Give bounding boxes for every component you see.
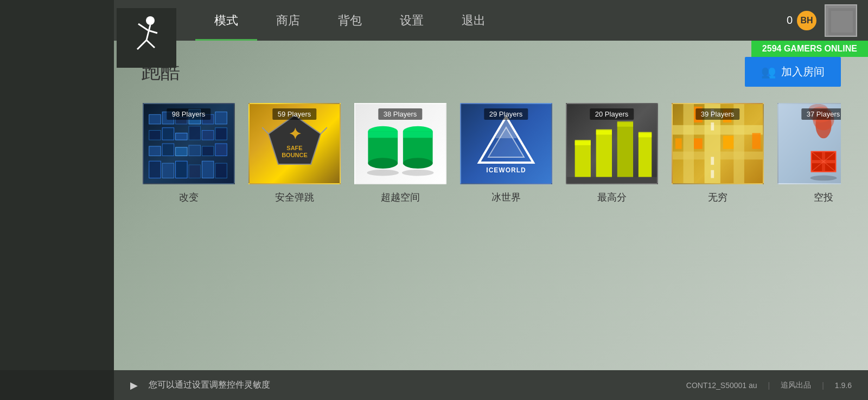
nav-item-settings[interactable]: 设置 — [381, 0, 443, 41]
players-text-safebounce: 59 Players — [278, 110, 311, 118]
card-name-iceworld: 冰世界 — [492, 191, 521, 204]
version-text: 1.9.6 — [835, 381, 852, 390]
status-tip-text: 您可以通过设置调整控件灵敏度 — [149, 379, 270, 391]
game-card-iceworld[interactable]: ICEWORLD 29 Players 冰世界 — [458, 103, 553, 204]
svg-rect-9 — [149, 114, 160, 124]
join-room-label: 加入房间 — [781, 64, 825, 79]
join-room-icon: 👥 — [761, 65, 776, 79]
svg-rect-31 — [202, 161, 213, 178]
player-avatar[interactable] — [825, 4, 857, 37]
status-right: CONT12_S50001 au | 追风出品 | 1.9.6 — [686, 380, 852, 390]
nav-items: 模式 商店 背包 设置 退出 — [195, 0, 787, 41]
svg-line-35 — [321, 127, 327, 134]
game-card-safebounce[interactable]: ✦ SAFE BOUNCE 59 Players 安全弹跳 — [247, 103, 342, 204]
card-label-zuigaofen: 最高分 — [597, 192, 627, 203]
card-players-chaoyue: 38 Players — [378, 108, 422, 120]
game-card-gabian[interactable]: 98 Players 改变 — [141, 103, 236, 204]
svg-line-5 — [146, 40, 155, 48]
nav-label-shop: 商店 — [276, 12, 300, 29]
nav-label-backpack: 背包 — [338, 12, 362, 29]
svg-rect-20 — [215, 128, 226, 140]
join-room-button[interactable]: 👥 加入房间 — [745, 57, 841, 87]
game-card-chaoyue[interactable]: 38 Players 超越空间 — [353, 103, 448, 204]
online-badge: 2594 GAMERS ONLINE — [751, 41, 868, 57]
svg-rect-54 — [575, 140, 590, 145]
card-players-zuigaofen: 20 Players — [590, 108, 634, 120]
svg-line-2 — [138, 24, 148, 30]
svg-rect-66 — [673, 125, 763, 135]
svg-rect-61 — [567, 177, 657, 184]
nav-item-shop[interactable]: 商店 — [257, 0, 319, 41]
players-text-iceworld: 29 Players — [489, 110, 522, 118]
status-separator-2: | — [822, 381, 824, 390]
svg-point-48 — [401, 170, 433, 176]
svg-point-0 — [146, 16, 155, 25]
card-name-safebounce: 安全弹跳 — [275, 191, 314, 204]
coin-display: 0 BH — [787, 11, 816, 30]
svg-line-3 — [148, 30, 157, 33]
players-text-kongtou: 37 Players — [807, 110, 840, 118]
coin-icon: BH — [797, 11, 816, 30]
card-image-wuqiong: 39 Players — [672, 103, 764, 184]
svg-rect-57 — [617, 122, 633, 178]
svg-rect-71 — [723, 136, 733, 149]
svg-rect-53 — [575, 141, 590, 178]
svg-rect-29 — [175, 161, 187, 178]
card-players-kongtou: 37 Players — [801, 108, 841, 120]
card-label-kongtou: 空投 — [814, 192, 833, 203]
logo-area — [117, 8, 176, 68]
game-card-kongtou[interactable]: 37 Players 空投 — [776, 103, 841, 204]
status-icon: ▶ — [130, 379, 138, 391]
svg-rect-76 — [711, 157, 714, 165]
svg-point-88 — [810, 176, 837, 181]
online-text: 2594 GAMERS ONLINE — [762, 44, 857, 53]
card-players-gabian: 98 Players — [167, 108, 210, 120]
svg-rect-22 — [162, 144, 174, 156]
svg-point-41 — [368, 158, 398, 169]
svg-rect-25 — [202, 146, 213, 156]
card-image-zuigaofen: 20 Players — [566, 103, 658, 184]
card-players-safebounce: 59 Players — [272, 108, 316, 120]
svg-rect-18 — [189, 126, 200, 140]
players-text-wuqiong: 39 Players — [701, 110, 734, 118]
svg-rect-17 — [175, 133, 187, 140]
svg-rect-14 — [215, 112, 226, 124]
svg-text:SAFE: SAFE — [286, 145, 302, 151]
players-text-chaoyue: 38 Players — [384, 110, 417, 118]
game-card-wuqiong[interactable]: 39 Players 无穷 — [670, 103, 765, 204]
svg-rect-73 — [675, 138, 681, 149]
svg-rect-67 — [673, 152, 763, 160]
card-players-wuqiong: 39 Players — [695, 108, 739, 120]
svg-rect-26 — [215, 144, 226, 156]
svg-rect-59 — [638, 133, 651, 178]
left-sidebar-bottom — [0, 370, 114, 400]
svg-rect-21 — [149, 146, 160, 156]
nav-item-exit[interactable]: 退出 — [443, 0, 505, 41]
svg-rect-42 — [368, 132, 398, 138]
svg-rect-55 — [596, 131, 611, 178]
svg-rect-28 — [162, 163, 174, 178]
card-name-zuigaofen: 最高分 — [597, 191, 627, 204]
card-players-iceworld: 29 Players — [484, 108, 528, 120]
topnav: 模式 商店 背包 设置 退出 0 BH — [114, 0, 868, 41]
card-label-gabian: 改变 — [179, 192, 199, 203]
svg-line-4 — [137, 40, 146, 49]
svg-text:✦: ✦ — [288, 126, 301, 143]
svg-rect-60 — [638, 132, 651, 138]
svg-rect-72 — [752, 133, 761, 149]
svg-rect-77 — [711, 170, 714, 178]
svg-rect-75 — [711, 122, 714, 131]
nav-item-backpack[interactable]: 背包 — [319, 0, 381, 41]
svg-rect-24 — [189, 145, 200, 156]
svg-rect-27 — [149, 161, 160, 178]
main-content: 跑酷 👥 加入房间 — [114, 41, 868, 370]
nav-right: 0 BH — [787, 4, 857, 37]
svg-rect-32 — [215, 163, 226, 178]
game-card-zuigaofen[interactable]: 20 Players 最高分 — [564, 103, 659, 204]
card-label-wuqiong: 无穷 — [708, 192, 727, 203]
svg-rect-63 — [683, 104, 694, 183]
page-header: 跑酷 👥 加入房间 — [141, 57, 841, 87]
card-image-kongtou: 37 Players — [777, 103, 841, 184]
card-name-gabian: 改变 — [179, 191, 199, 204]
nav-item-modes[interactable]: 模式 — [195, 0, 257, 41]
